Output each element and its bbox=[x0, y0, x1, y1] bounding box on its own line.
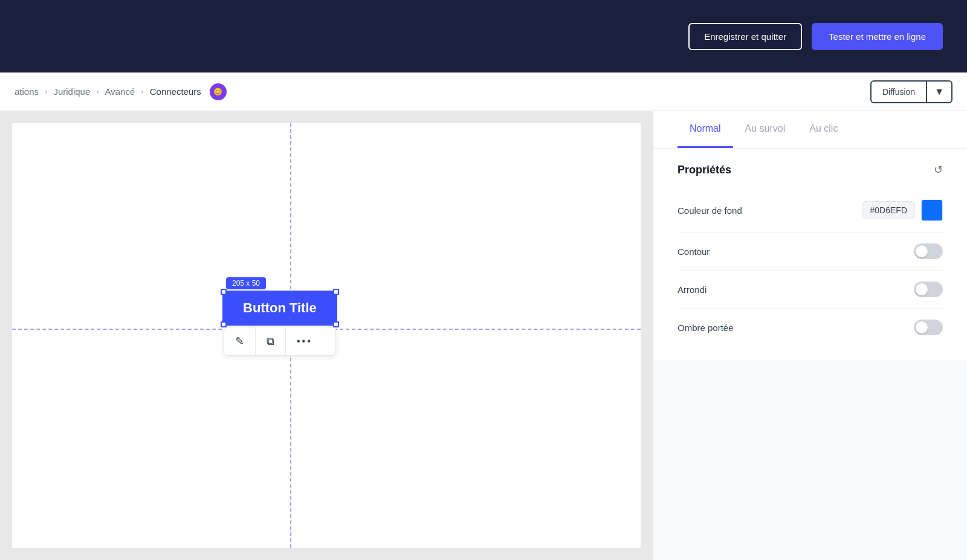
prop-label-couleur: Couleur de fond bbox=[678, 205, 742, 216]
toggle-arrondi[interactable] bbox=[914, 282, 943, 297]
right-panel: Normal Au survol Au clic Propriétés ↺ Co… bbox=[653, 111, 967, 560]
topbar: Enregistrer et quitter Tester et mettre … bbox=[0, 0, 967, 72]
prop-value-couleur: #0D6EFD bbox=[862, 199, 943, 221]
canvas-white: 205 x 50 Button Title ✎ ⧉ bbox=[12, 123, 641, 548]
copy-icon: ⧉ bbox=[267, 335, 274, 348]
reset-icon[interactable]: ↺ bbox=[934, 163, 943, 176]
size-label: 205 x 50 bbox=[226, 277, 266, 289]
handle-br[interactable] bbox=[333, 321, 339, 327]
publish-button[interactable]: Tester et mettre en ligne bbox=[812, 23, 943, 50]
breadcrumb-sep-1: › bbox=[45, 87, 47, 96]
section-title: Propriétés bbox=[678, 164, 731, 176]
diffusion-select[interactable]: Diffusion ▼ bbox=[870, 80, 952, 103]
handle-bl[interactable] bbox=[221, 321, 227, 327]
tab-au-clic[interactable]: Au clic bbox=[797, 111, 850, 148]
tab-au-survol[interactable]: Au survol bbox=[733, 111, 798, 148]
section-header: Propriétés ↺ bbox=[678, 163, 943, 176]
prop-arrondi: Arrondi bbox=[678, 271, 943, 309]
edit-icon: ✎ bbox=[235, 335, 244, 348]
save-button[interactable]: Enregistrer et quitter bbox=[688, 23, 802, 50]
panel-tabs: Normal Au survol Au clic bbox=[653, 111, 967, 149]
canvas-button[interactable]: Button Title bbox=[224, 292, 336, 324]
toggle-ombre-knob bbox=[916, 321, 928, 333]
canvas-button-wrapper: 205 x 50 Button Title ✎ ⧉ bbox=[224, 277, 336, 356]
toggle-contour[interactable] bbox=[914, 243, 943, 259]
main-layout: 205 x 50 Button Title ✎ ⧉ bbox=[0, 111, 967, 560]
canvas-area: 205 x 50 Button Title ✎ ⧉ bbox=[0, 111, 653, 560]
toggle-contour-knob bbox=[916, 245, 928, 257]
copy-button[interactable]: ⧉ bbox=[256, 328, 286, 355]
breadcrumb: ations › Juridique › Avancé › Connecteur… bbox=[15, 83, 870, 100]
toggle-arrondi-knob bbox=[916, 283, 928, 295]
prop-label-contour: Contour bbox=[678, 246, 710, 257]
prop-label-arrondi: Arrondi bbox=[678, 285, 707, 295]
diffusion-dropdown-icon[interactable]: ▼ bbox=[926, 82, 951, 102]
toggle-ombre[interactable] bbox=[914, 320, 943, 335]
breadcrumb-avatar: 😊 bbox=[210, 83, 227, 100]
prop-couleur-de-fond: Couleur de fond #0D6EFD bbox=[678, 188, 943, 233]
breadcrumb-sep-2: › bbox=[96, 87, 99, 96]
breadcrumb-item-connecteurs[interactable]: Connecteurs bbox=[150, 86, 201, 97]
more-button[interactable]: ••• bbox=[286, 329, 323, 354]
color-swatch[interactable] bbox=[921, 199, 943, 221]
properties-section: Propriétés ↺ Couleur de fond #0D6EFD Con… bbox=[653, 149, 967, 361]
breadcrumb-sep-3: › bbox=[141, 87, 143, 96]
more-icon: ••• bbox=[297, 336, 312, 347]
breadcrumb-item-juridique[interactable]: Juridique bbox=[53, 86, 90, 97]
tab-normal[interactable]: Normal bbox=[678, 111, 733, 148]
breadcrumb-item-avance[interactable]: Avancé bbox=[105, 86, 135, 97]
edit-button[interactable]: ✎ bbox=[224, 327, 256, 355]
handle-tr[interactable] bbox=[333, 289, 339, 295]
prop-ombre-portee: Ombre portée bbox=[678, 309, 943, 346]
color-hex-value[interactable]: #0D6EFD bbox=[862, 201, 915, 219]
diffusion-label: Diffusion bbox=[872, 82, 926, 101]
prop-contour: Contour bbox=[678, 233, 943, 271]
prop-label-ombre: Ombre portée bbox=[678, 323, 734, 333]
float-toolbar: ✎ ⧉ ••• bbox=[224, 327, 336, 356]
handle-tl[interactable] bbox=[221, 289, 227, 295]
breadcrumb-bar: ations › Juridique › Avancé › Connecteur… bbox=[0, 72, 967, 111]
breadcrumb-item-ations[interactable]: ations bbox=[15, 86, 39, 97]
